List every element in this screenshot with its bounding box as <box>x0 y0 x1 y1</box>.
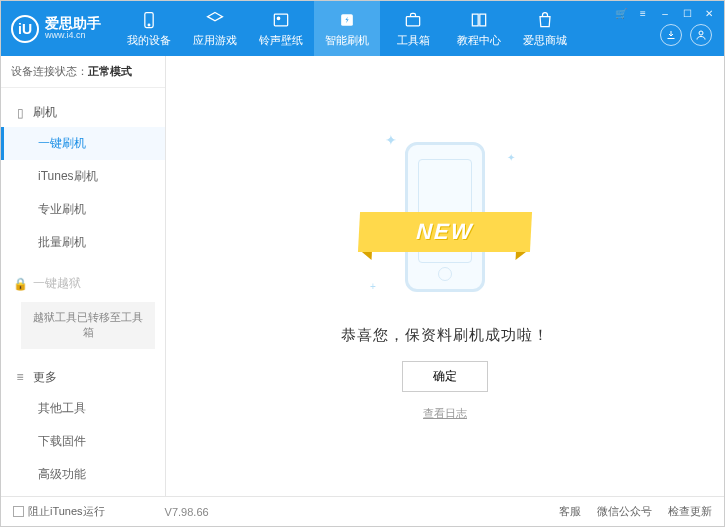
nav-smart-flash[interactable]: 智能刷机 <box>314 1 380 56</box>
sparkle-icon: ✦ <box>507 152 515 163</box>
sidebar-item-advanced[interactable]: 高级功能 <box>1 458 165 491</box>
sparkle-icon: + <box>370 281 376 292</box>
download-icon <box>665 29 677 41</box>
nav-store[interactable]: 爱思商城 <box>512 1 578 56</box>
nav-toolbox[interactable]: 工具箱 <box>380 1 446 56</box>
logo-icon: iU <box>11 15 39 43</box>
sidebar-header-jailbreak: 🔒 一键越狱 <box>1 269 165 298</box>
top-nav: 我的设备 应用游戏 铃声壁纸 智能刷机 工具箱 教程中心 <box>116 1 614 56</box>
version-label: V7.98.66 <box>165 506 209 518</box>
svg-point-3 <box>277 17 280 19</box>
image-icon <box>271 10 291 30</box>
device-icon <box>139 10 159 30</box>
footer-wechat[interactable]: 微信公众号 <box>597 504 652 519</box>
footer: 阻止iTunes运行 V7.98.66 客服 微信公众号 检查更新 <box>1 496 724 526</box>
success-message: 恭喜您，保资料刷机成功啦！ <box>341 326 549 345</box>
app-window: iU 爱思助手 www.i4.cn 我的设备 应用游戏 铃声壁纸 智能刷机 <box>0 0 725 527</box>
user-icon <box>695 29 707 41</box>
phone-icon: ▯ <box>13 106 27 120</box>
lock-icon: 🔒 <box>13 277 27 291</box>
footer-support[interactable]: 客服 <box>559 504 581 519</box>
sidebar-header-flash[interactable]: ▯ 刷机 <box>1 98 165 127</box>
nav-tutorials[interactable]: 教程中心 <box>446 1 512 56</box>
sidebar-item-batch-flash[interactable]: 批量刷机 <box>1 226 165 259</box>
success-illustration: ✦ ✦ + NEW <box>365 132 525 312</box>
svg-point-6 <box>699 31 703 35</box>
svg-rect-2 <box>274 14 287 26</box>
sidebar-item-itunes-flash[interactable]: iTunes刷机 <box>1 160 165 193</box>
sidebar-item-pro-flash[interactable]: 专业刷机 <box>1 193 165 226</box>
download-button[interactable] <box>660 24 682 46</box>
sidebar-item-oneclick-flash[interactable]: 一键刷机 <box>1 127 165 160</box>
logo: iU 爱思助手 www.i4.cn <box>11 1 116 56</box>
app-title: 爱思助手 <box>45 16 101 31</box>
nav-ringtones[interactable]: 铃声壁纸 <box>248 1 314 56</box>
ok-button[interactable]: 确定 <box>402 361 488 392</box>
sidebar-header-more[interactable]: ≡ 更多 <box>1 363 165 392</box>
block-itunes-checkbox[interactable]: 阻止iTunes运行 <box>13 504 105 519</box>
app-url: www.i4.cn <box>45 31 101 41</box>
close-icon[interactable]: ✕ <box>702 6 716 20</box>
svg-rect-5 <box>406 16 419 25</box>
sidebar-item-download-firmware[interactable]: 下载固件 <box>1 425 165 458</box>
window-controls: 🛒 ≡ – ☐ ✕ <box>614 1 724 20</box>
list-icon: ≡ <box>13 370 27 384</box>
svg-point-1 <box>148 24 150 26</box>
sidebar: 设备连接状态：正常模式 ▯ 刷机 一键刷机 iTunes刷机 专业刷机 批量刷机… <box>1 56 166 496</box>
checkbox-icon <box>13 506 24 517</box>
header: iU 爱思助手 www.i4.cn 我的设备 应用游戏 铃声壁纸 智能刷机 <box>1 1 724 56</box>
apps-icon <box>205 10 225 30</box>
menu-icon[interactable]: ≡ <box>636 6 650 20</box>
jailbreak-moved-note: 越狱工具已转移至工具箱 <box>21 302 155 349</box>
nav-apps-games[interactable]: 应用游戏 <box>182 1 248 56</box>
book-icon <box>469 10 489 30</box>
cart-icon[interactable]: 🛒 <box>614 6 628 20</box>
sparkle-icon: ✦ <box>385 132 397 148</box>
minimize-icon[interactable]: – <box>658 6 672 20</box>
nav-my-device[interactable]: 我的设备 <box>116 1 182 56</box>
footer-check-update[interactable]: 检查更新 <box>668 504 712 519</box>
new-ribbon: NEW <box>358 212 532 252</box>
sidebar-item-other-tools[interactable]: 其他工具 <box>1 392 165 425</box>
user-button[interactable] <box>690 24 712 46</box>
view-log-link[interactable]: 查看日志 <box>423 406 467 421</box>
bag-icon <box>535 10 555 30</box>
toolbox-icon <box>403 10 423 30</box>
main-content: ✦ ✦ + NEW 恭喜您，保资料刷机成功啦！ 确定 查看日志 <box>166 56 724 496</box>
maximize-icon[interactable]: ☐ <box>680 6 694 20</box>
flash-icon <box>337 10 357 30</box>
connection-status: 设备连接状态：正常模式 <box>1 56 165 88</box>
